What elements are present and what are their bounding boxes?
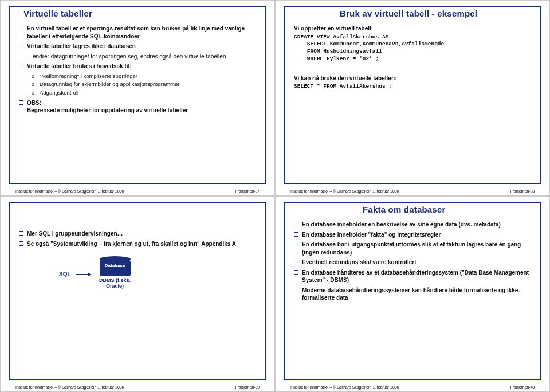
slide-40: Fakta om databaser En database inneholde…	[275, 196, 550, 392]
slide-content: Mer SQL i gruppeundervisningen… Se også …	[9, 205, 266, 289]
footer-page: Frakjernen-40	[510, 385, 535, 389]
slide-title: Fakta om databaser	[363, 205, 446, 214]
slide-title: Bruk av virtuell tabell - eksempel	[340, 9, 477, 18]
bullet: OBS: Begrensede muligheter for oppdateri…	[19, 99, 258, 115]
bullet: En database inneholder "fakta" og integr…	[294, 231, 533, 239]
slide-content: En virtuell tabell er et spørrings-resul…	[9, 19, 266, 115]
slide-37: Virtuelle tabeller En virtuell tabell er…	[0, 0, 275, 196]
bullet: En database inneholder en beskrivelse av…	[294, 221, 533, 229]
bullet: En virtuell tabell er et spørrings-resul…	[19, 25, 258, 40]
slide-38: Bruk av virtuell tabell - eksempel Vi op…	[275, 0, 550, 196]
sub-bullet: Adgangskontroll	[32, 89, 258, 97]
slide-content: Vi oppretter en virtuell tabell: CREATE …	[284, 19, 541, 91]
bullet: Se også "Systemutvikling – fra kjernen o…	[19, 240, 258, 248]
sub-bullet: Datagrunnlag for skjermbilder og applika…	[32, 81, 258, 88]
code-block: CREATE VIEW AvfallAkershus AS SELECT Kom…	[294, 34, 533, 63]
intro-text: Vi oppretter en virtuell tabell:	[294, 25, 533, 33]
obs-label: OBS:	[27, 100, 41, 106]
arrow-icon	[76, 274, 91, 275]
db-graphic: SQL DBMS (f.eks. Oracle)	[59, 259, 258, 289]
footer-page: Frakjernen-37	[235, 189, 260, 193]
db-caption: DBMS (f.eks. Oracle)	[95, 278, 135, 289]
sql-label: SQL	[59, 271, 71, 279]
footer-page: Frakjernen-38	[510, 189, 535, 193]
slide-grid: Virtuelle tabeller En virtuell tabell er…	[0, 0, 550, 392]
footer-page: Frakjernen-39	[235, 385, 260, 389]
footer-left: Institutt for informatikk – © Gerhard Sk…	[15, 189, 124, 193]
bullet: Moderne databasehåndteringssystemer kan …	[294, 287, 533, 302]
bullet: Virtuelle tabeller brukes i hovedsak til…	[19, 62, 258, 70]
sub-bullet: "Mellomregning" i kompliserte spørringer	[32, 73, 258, 80]
sub-bullet: endrer datagrunnlaget for spørringen seg…	[27, 53, 258, 61]
bullet: En database håndteres av et databasehånd…	[294, 269, 533, 284]
footer-left: Institutt for informatikk – © Gerhard Sk…	[290, 189, 399, 193]
bullet: Virtuelle tabeller lagres ikke i databas…	[19, 42, 258, 50]
footer-left: Institutt for informatikk – © Gerhard Sk…	[290, 385, 399, 389]
slide-39: Mer SQL i gruppeundervisningen… Se også …	[0, 196, 275, 392]
bullet: En database bør i utgangspunktet utforme…	[294, 241, 533, 256]
database-icon: DBMS (f.eks. Oracle)	[95, 259, 135, 289]
bullet: Mer SQL i gruppeundervisningen…	[19, 230, 258, 238]
footer-left: Institutt for informatikk – © Gerhard Sk…	[15, 385, 124, 389]
slide-title: Virtuelle tabeller	[23, 9, 92, 18]
slide-content: En database inneholder en beskrivelse av…	[284, 215, 541, 302]
code-block: SELECT * FROM AvfallAkershus ;	[294, 83, 533, 91]
bullet: Eventuell redundans skal være kontroller…	[294, 258, 533, 266]
intro-text: Vi kan nå bruke den virtuelle tabellen:	[294, 75, 533, 83]
obs-text: Begrensede muligheter for oppdatering av…	[27, 107, 188, 113]
